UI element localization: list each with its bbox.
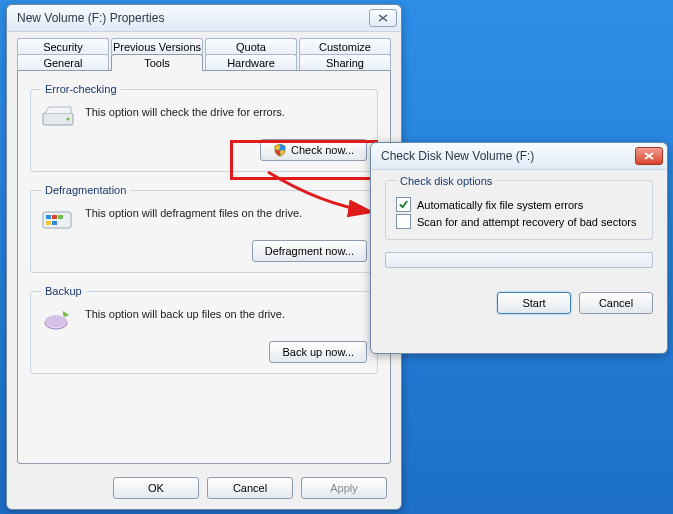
window-title: New Volume (F:) Properties — [17, 11, 365, 25]
tab-customize[interactable]: Customize — [299, 38, 391, 55]
close-icon — [644, 152, 654, 160]
check-now-button[interactable]: Check now... — [260, 139, 367, 161]
backup-desc: This option will back up files on the dr… — [85, 305, 285, 321]
back-up-now-button[interactable]: Back up now... — [269, 341, 367, 363]
svg-rect-6 — [46, 221, 51, 225]
svg-rect-3 — [46, 215, 51, 219]
close-button[interactable] — [369, 9, 397, 27]
error-checking-group: Error-checking This option will check th… — [30, 83, 378, 172]
defrag-icon — [41, 204, 75, 232]
check-disk-options-group: Check disk options Automatically fix fil… — [385, 180, 653, 240]
cancel-button[interactable]: Cancel — [207, 477, 293, 499]
dialog-titlebar[interactable]: Check Disk New Volume (F:) — [371, 143, 667, 170]
group-title: Check disk options — [396, 175, 496, 187]
tabs-row-1: Security Previous Versions Quota Customi… — [17, 38, 391, 55]
svg-point-1 — [67, 118, 70, 121]
dialog-button-row: Start Cancel — [385, 292, 653, 314]
dialog-close-button[interactable] — [635, 147, 663, 165]
error-checking-desc: This option will check the drive for err… — [85, 103, 285, 119]
defrag-legend: Defragmentation — [41, 184, 130, 196]
checkbox-icon — [396, 214, 411, 229]
svg-point-9 — [45, 315, 67, 327]
svg-rect-4 — [52, 215, 57, 219]
tab-general[interactable]: General — [17, 54, 109, 71]
error-checking-legend: Error-checking — [41, 83, 121, 95]
close-icon — [378, 14, 388, 22]
check-now-label: Check now... — [291, 144, 354, 156]
tab-sharing[interactable]: Sharing — [299, 54, 391, 71]
option-scan-bad-sectors-label: Scan for and attempt recovery of bad sec… — [417, 216, 637, 228]
tab-security[interactable]: Security — [17, 38, 109, 55]
option-scan-bad-sectors[interactable]: Scan for and attempt recovery of bad sec… — [396, 214, 642, 229]
svg-rect-2 — [43, 212, 71, 228]
check-disk-dialog: Check Disk New Volume (F:) Check disk op… — [370, 142, 668, 354]
svg-rect-5 — [58, 215, 63, 219]
option-fix-errors[interactable]: Automatically fix file system errors — [396, 197, 642, 212]
defrag-group: Defragmentation This option will defragm… — [30, 184, 378, 273]
backup-group: Backup This option will back up files on… — [30, 285, 378, 374]
tab-previous-versions[interactable]: Previous Versions — [111, 38, 203, 55]
start-button[interactable]: Start — [497, 292, 571, 314]
dialog-title: Check Disk New Volume (F:) — [381, 149, 631, 163]
defrag-desc: This option will defragment files on the… — [85, 204, 302, 220]
defragment-now-button[interactable]: Defragment now... — [252, 240, 367, 262]
option-fix-errors-label: Automatically fix file system errors — [417, 199, 583, 211]
dialog-cancel-button[interactable]: Cancel — [579, 292, 653, 314]
properties-window: New Volume (F:) Properties Security Prev… — [6, 4, 402, 510]
svg-rect-7 — [52, 221, 57, 225]
checkbox-icon — [396, 197, 411, 212]
progress-bar — [385, 252, 653, 268]
drive-check-icon — [41, 103, 75, 131]
apply-button[interactable]: Apply — [301, 477, 387, 499]
titlebar[interactable]: New Volume (F:) Properties — [7, 5, 401, 32]
ok-button[interactable]: OK — [113, 477, 199, 499]
tools-panel: Error-checking This option will check th… — [17, 70, 391, 464]
dialog-buttons: OK Cancel Apply — [113, 477, 387, 499]
tabs-row-2: General Tools Hardware Sharing — [17, 54, 391, 71]
shield-icon — [273, 143, 287, 157]
backup-icon — [41, 305, 75, 333]
tab-quota[interactable]: Quota — [205, 38, 297, 55]
backup-legend: Backup — [41, 285, 86, 297]
tab-hardware[interactable]: Hardware — [205, 54, 297, 71]
tabs-area: Security Previous Versions Quota Customi… — [7, 32, 401, 464]
dialog-body: Check disk options Automatically fix fil… — [371, 170, 667, 324]
tab-tools[interactable]: Tools — [111, 54, 203, 71]
